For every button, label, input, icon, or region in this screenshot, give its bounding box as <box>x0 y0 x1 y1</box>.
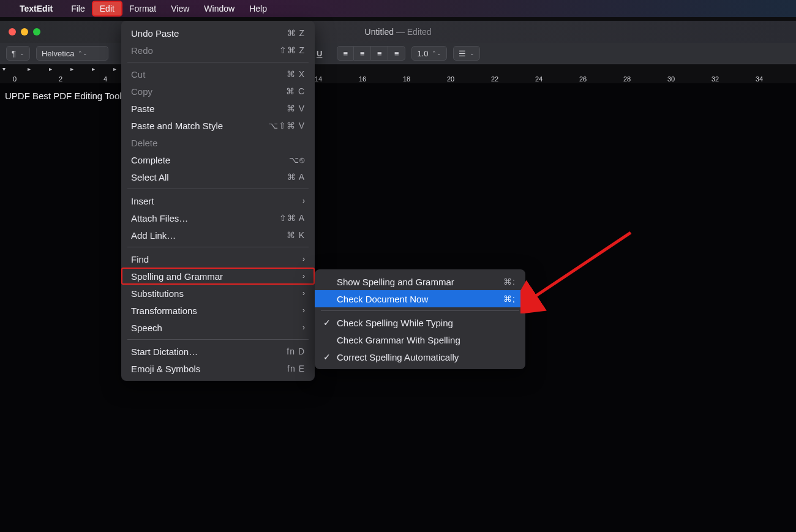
app-name[interactable]: TextEdit <box>20 4 53 13</box>
menu-item-label: Paste and Match Style <box>131 121 223 131</box>
menu-shortcut: ⌘ K <box>287 230 305 240</box>
menu-item-label: Emoji & Symbols <box>131 364 200 374</box>
menu-item-find[interactable]: Find› <box>121 250 315 268</box>
menubar-file[interactable]: File <box>64 1 92 16</box>
menu-item-paste-and-match-style[interactable]: Paste and Match Style⌥⇧⌘ V <box>121 117 315 134</box>
chevron-down-icon: ⌄ <box>20 50 24 56</box>
document-status: Edited <box>407 27 432 37</box>
line-spacing-dropdown[interactable]: 1.0 ⌃⌄ <box>411 46 447 61</box>
submenu-arrow-icon: › <box>302 289 305 298</box>
menu-item-delete: Delete <box>121 134 315 151</box>
menu-item-label: Redo <box>131 45 153 56</box>
ruler-label: 32 <box>712 75 719 83</box>
menu-shortcut: ⌥⎋ <box>289 155 305 165</box>
menu-item-label: Copy <box>131 86 152 97</box>
system-menubar: TextEdit File Edit Format View Window He… <box>0 0 796 17</box>
menubar-format[interactable]: Format <box>122 1 163 16</box>
ruler-label: 28 <box>623 75 631 83</box>
menu-item-label: Undo Paste <box>131 28 179 39</box>
menu-item-label: Complete <box>131 155 170 165</box>
submenu-arrow-icon: › <box>302 272 305 280</box>
traffic-lights <box>9 28 40 36</box>
menu-shortcut: ⌘; <box>503 294 516 304</box>
menu-item-substitutions[interactable]: Substitutions› <box>121 285 315 302</box>
menu-item-select-all[interactable]: Select All⌘ A <box>121 168 315 185</box>
ruler-label: 16 <box>359 75 366 83</box>
menubar-view[interactable]: View <box>163 1 197 16</box>
submenu-item-check-grammar-with-spelling[interactable]: Check Grammar With Spelling <box>315 331 525 348</box>
list-style-dropdown[interactable]: ☰ ⌄ <box>453 46 480 61</box>
menu-item-spelling-and-grammar[interactable]: Spelling and Grammar› <box>121 268 315 285</box>
menu-item-label: Find <box>131 254 149 264</box>
submenu-item-label: Check Grammar With Spelling <box>337 335 460 345</box>
menu-shortcut: ⇧⌘ Z <box>279 45 305 55</box>
menubar-help[interactable]: Help <box>242 1 274 16</box>
menu-item-paste[interactable]: Paste⌘ V <box>121 100 315 117</box>
menu-shortcut: ⌘ A <box>287 172 305 182</box>
menubar-edit[interactable]: Edit <box>92 1 122 16</box>
tab-stop-marker[interactable]: ▸ <box>113 66 116 72</box>
underline-button[interactable]: U <box>317 49 322 58</box>
tab-stop-marker[interactable]: ▸ <box>28 66 31 72</box>
format-toolbar: ¶ ⌄ Helvetica ⌃⌄ U ≡ ≡ ≡ ≡ 1.0 ⌃⌄ ☰ ⌄ <box>0 43 796 64</box>
textedit-window: Untitled — Edited ¶ ⌄ Helvetica ⌃⌄ U ≡ ≡… <box>0 21 796 83</box>
ruler-label: 0 <box>13 75 17 83</box>
submenu-arrow-icon: › <box>302 323 305 332</box>
menu-item-transformations[interactable]: Transformations› <box>121 302 315 319</box>
submenu-item-label: Check Document Now <box>337 294 428 304</box>
first-line-indent-marker[interactable]: ▾ <box>2 66 6 72</box>
document-text: UPDF Best PDF Editing Tool <box>5 91 122 101</box>
submenu-item-check-document-now[interactable]: Check Document Now⌘; <box>315 290 525 307</box>
maximize-button[interactable] <box>33 28 40 36</box>
ruler-label: 24 <box>535 75 543 83</box>
menubar-window[interactable]: Window <box>197 1 242 16</box>
menu-item-undo-paste[interactable]: Undo Paste⌘ Z <box>121 24 315 42</box>
text-align-segmented: ≡ ≡ ≡ ≡ <box>337 46 405 61</box>
menu-item-start-dictation[interactable]: Start Dictation…fn D <box>121 343 315 360</box>
align-right-button[interactable]: ≡ <box>371 46 388 61</box>
menu-item-label: Substitutions <box>131 288 184 299</box>
list-icon: ☰ <box>459 49 466 58</box>
tab-stop-marker[interactable]: ▸ <box>49 66 52 72</box>
menu-item-complete[interactable]: Complete⌥⎋ <box>121 151 315 168</box>
menu-shortcut: ⌘ Z <box>287 28 305 38</box>
menu-item-label: Select All <box>131 172 169 182</box>
close-button[interactable] <box>9 28 16 36</box>
edit-dropdown-menu: Undo Paste⌘ ZRedo⇧⌘ ZCut⌘ XCopy⌘ CPaste⌘… <box>121 21 315 381</box>
align-left-button[interactable]: ≡ <box>337 46 354 61</box>
align-justify-button[interactable]: ≡ <box>388 46 405 61</box>
menu-item-add-link[interactable]: Add Link…⌘ K <box>121 227 315 244</box>
menu-item-label: Insert <box>131 196 154 206</box>
window-titlebar: Untitled — Edited <box>0 21 796 43</box>
menu-shortcut: ⌘: <box>503 277 516 287</box>
line-spacing-label: 1.0 <box>417 49 428 58</box>
submenu-item-correct-spelling-automatically[interactable]: ✓Correct Spelling Automatically <box>315 348 525 365</box>
menu-item-insert[interactable]: Insert› <box>121 192 315 209</box>
font-family-dropdown[interactable]: Helvetica ⌃⌄ <box>36 46 108 61</box>
menu-item-emoji-symbols[interactable]: Emoji & Symbolsfn E <box>121 360 315 377</box>
window-title: Untitled — Edited <box>0 27 796 37</box>
menu-shortcut: fn D <box>287 347 305 356</box>
submenu-item-show-spelling-and-grammar[interactable]: Show Spelling and Grammar⌘: <box>315 273 525 290</box>
menu-item-speech[interactable]: Speech› <box>121 319 315 336</box>
menu-item-label: Add Link… <box>131 230 176 241</box>
checkmark-icon: ✓ <box>323 318 331 328</box>
ruler[interactable]: ▾ ▸ ▸ ▸ ▸ ▸ 0 2 4 14 16 18 20 22 24 26 2… <box>0 64 796 83</box>
ruler-label: 4 <box>103 75 107 83</box>
tab-stop-marker[interactable]: ▸ <box>70 66 73 72</box>
minimize-button[interactable] <box>21 28 28 36</box>
paragraph-style-dropdown[interactable]: ¶ ⌄ <box>6 46 30 61</box>
menu-item-label: Spelling and Grammar <box>131 271 223 282</box>
checkmark-icon: ✓ <box>323 352 331 362</box>
menu-item-label: Attach Files… <box>131 213 188 223</box>
tab-stop-marker[interactable]: ▸ <box>92 66 95 72</box>
submenu-arrow-icon: › <box>302 255 305 263</box>
ruler-label: 34 <box>756 75 763 83</box>
submenu-item-check-spelling-while-typing[interactable]: ✓Check Spelling While Typing <box>315 314 525 331</box>
menu-item-redo: Redo⇧⌘ Z <box>121 42 315 59</box>
menu-shortcut: ⌥⇧⌘ V <box>268 121 305 130</box>
menu-item-cut: Cut⌘ X <box>121 66 315 83</box>
align-center-button[interactable]: ≡ <box>354 46 371 61</box>
submenu-item-label: Correct Spelling Automatically <box>337 352 459 362</box>
menu-item-attach-files[interactable]: Attach Files…⇧⌘ A <box>121 209 315 227</box>
